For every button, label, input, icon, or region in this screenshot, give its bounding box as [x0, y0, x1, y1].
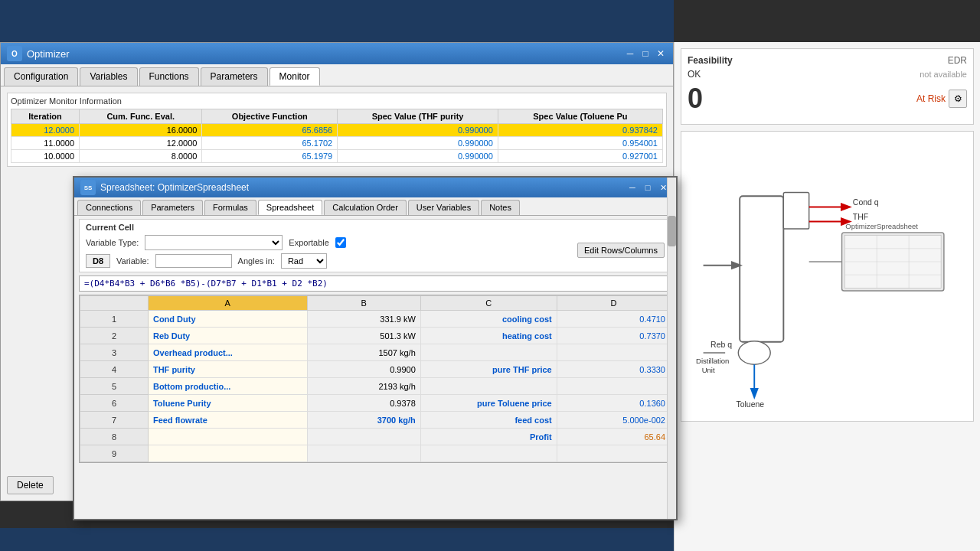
- opt-cell-2-0: 11.0000: [11, 137, 80, 150]
- cell-1d[interactable]: 0.4710: [557, 311, 670, 328]
- tab-variables[interactable]: Variables: [80, 67, 137, 86]
- opt-cell-1-0: 12.0000: [11, 124, 80, 137]
- cell-2d[interactable]: 0.7370: [557, 328, 670, 344]
- exportable-checkbox[interactable]: [335, 237, 346, 248]
- cell-7b[interactable]: 3700 kg/h: [307, 412, 420, 429]
- ss-icon: SS: [80, 180, 96, 195]
- opt-row-2: 11.0000 12.0000 65.1702 0.990000 0.95400…: [11, 137, 663, 150]
- delete-button[interactable]: Delete: [7, 476, 54, 494]
- cell-6c[interactable]: pure Toluene price: [420, 395, 557, 412]
- ss-row-9: 9: [80, 445, 671, 462]
- cell-3b[interactable]: 1507 kg/h: [307, 344, 420, 361]
- current-cell-row1: Variable Type: Exportable: [86, 235, 346, 250]
- tab-functions[interactable]: Functions: [139, 67, 199, 86]
- edit-rows-btn[interactable]: Edit Rows/Columns: [577, 243, 665, 258]
- cell-5c[interactable]: [420, 378, 557, 395]
- process-diagram: Cond q THF OptimizerSpreadsheet Reb q To…: [681, 131, 974, 422]
- ss-tab-calculation-order[interactable]: Calculation Order: [324, 200, 407, 215]
- cell-5a[interactable]: Bottom productio...: [148, 378, 307, 395]
- thf-text: THF: [853, 213, 868, 221]
- spreadsheet-title: Spreadsheet: OptimizerSpreadsheet: [100, 182, 249, 193]
- ss-row-6: 6 Toluene Purity 0.9378 pure Toluene pri…: [80, 395, 671, 412]
- cell-9a[interactable]: [148, 445, 307, 462]
- optimizer-maximize-btn[interactable]: □: [639, 47, 652, 60]
- ss-tab-parameters[interactable]: Parameters: [142, 200, 203, 215]
- opt-col-objective: Objective Function: [202, 109, 338, 124]
- ss-row-4: 4 THF purity 0.9900 pure THF price 0.333…: [80, 361, 671, 378]
- svg-rect-1: [783, 192, 808, 229]
- cell-2b[interactable]: 501.3 kW: [307, 328, 420, 344]
- cell-6b[interactable]: 0.9378: [307, 395, 420, 412]
- cell-5b[interactable]: 2193 kg/h: [307, 378, 420, 395]
- row-num-1: 1: [80, 311, 149, 328]
- variable-input[interactable]: [155, 254, 232, 268]
- feasibility-icon[interactable]: ⚙: [949, 90, 967, 108]
- ss-row-7: 7 Feed flowrate 3700 kg/h feed cost 5.00…: [80, 412, 671, 429]
- optimizer-titlebar: O Optimizer ─ □ ✕: [1, 43, 673, 64]
- ss-grid: A B C D 1 Cond Duty 331.9 kW cooling cos…: [80, 295, 671, 462]
- cell-4b[interactable]: 0.9900: [307, 361, 420, 378]
- cell-9d[interactable]: [557, 445, 670, 462]
- ss-title-left: SS Spreadsheet: OptimizerSpreadsheet: [80, 180, 249, 195]
- cell-4d[interactable]: 0.3330: [557, 361, 670, 378]
- opt-cell-3-0: 10.0000: [11, 150, 80, 163]
- cell-9c[interactable]: [420, 445, 557, 462]
- optimizer-table: Iteration Cum. Func. Eval. Objective Fun…: [11, 109, 663, 163]
- cell-6a[interactable]: Toluene Purity: [148, 395, 307, 412]
- cell-1b[interactable]: 331.9 kW: [307, 311, 420, 328]
- ss-minimize-btn[interactable]: ─: [626, 181, 639, 194]
- cell-7a[interactable]: Feed flowrate: [148, 412, 307, 429]
- spreadsheet-tabs: Connections Parameters Formulas Spreadsh…: [74, 197, 676, 216]
- feasibility-row2: OK not available: [688, 69, 967, 80]
- optimizer-title-left: O Optimizer: [7, 46, 70, 61]
- reb-q-text: Reb q: [710, 341, 732, 349]
- ss-tab-formulas[interactable]: Formulas: [204, 200, 256, 215]
- cell-2a[interactable]: Reb Duty: [148, 328, 307, 344]
- cell-5d[interactable]: [557, 378, 670, 395]
- cell-1c[interactable]: cooling cost: [420, 311, 557, 328]
- tab-parameters[interactable]: Parameters: [201, 67, 268, 86]
- angles-label: Angles in:: [238, 256, 275, 266]
- ss-tab-notes[interactable]: Notes: [481, 200, 520, 215]
- cell-3c[interactable]: [420, 344, 557, 361]
- cell-8c[interactable]: Profit: [420, 429, 557, 445]
- at-risk-label: At Risk: [916, 93, 946, 104]
- optimizer-controls: ─ □ ✕: [624, 47, 667, 60]
- ss-row-5: 5 Bottom productio... 2193 kg/h: [80, 378, 671, 395]
- opt-cell-3-1: 8.0000: [80, 150, 202, 163]
- cell-4c[interactable]: pure THF price: [420, 361, 557, 378]
- cell-3a[interactable]: Overhead product...: [148, 344, 307, 361]
- tab-monitor[interactable]: Monitor: [270, 67, 320, 86]
- angles-select[interactable]: Rad: [281, 253, 327, 269]
- optimizer-group-label: Optimizer Monitor Information: [11, 96, 663, 106]
- cell-6d[interactable]: 0.1360: [557, 395, 670, 412]
- ss-tab-spreadsheet[interactable]: Spreadsheet: [258, 200, 322, 215]
- cell-9b[interactable]: [307, 445, 420, 462]
- cell-7c[interactable]: feed cost: [420, 412, 557, 429]
- cell-4a[interactable]: THF purity: [148, 361, 307, 378]
- unit-text: Unit: [702, 366, 715, 374]
- cell-8d[interactable]: 65.64: [557, 429, 670, 445]
- ss-row-2: 2 Reb Duty 501.3 kW heating cost 0.7370: [80, 328, 671, 344]
- cell-8b[interactable]: [307, 429, 420, 445]
- cell-8a[interactable]: [148, 429, 307, 445]
- opt-col-cum: Cum. Func. Eval.: [80, 109, 202, 124]
- scrollbar[interactable]: [667, 178, 676, 519]
- cell-7d[interactable]: 5.000e-002: [557, 412, 670, 429]
- tab-configuration[interactable]: Configuration: [4, 67, 78, 86]
- optimizer-close-btn[interactable]: ✕: [655, 47, 667, 60]
- optimizer-minimize-btn[interactable]: ─: [624, 47, 636, 60]
- feasibility-ok: OK: [688, 69, 701, 80]
- row-num-2: 2: [80, 328, 149, 344]
- ss-tab-user-variables[interactable]: User Variables: [408, 200, 479, 215]
- spreadsheet-titlebar: SS Spreadsheet: OptimizerSpreadsheet ─ □…: [74, 178, 676, 197]
- ss-maximize-btn[interactable]: □: [641, 181, 655, 194]
- cell-3d[interactable]: [557, 344, 670, 361]
- exportable-label: Exportable: [289, 238, 329, 247]
- scrollbar-thumb[interactable]: [668, 216, 676, 246]
- ss-tab-connections[interactable]: Connections: [77, 200, 141, 215]
- variable-type-select[interactable]: [145, 235, 283, 250]
- opt-cell-2-3: 0.990000: [338, 137, 498, 150]
- cell-1a[interactable]: Cond Duty: [148, 311, 307, 328]
- cell-2c[interactable]: heating cost: [420, 328, 557, 344]
